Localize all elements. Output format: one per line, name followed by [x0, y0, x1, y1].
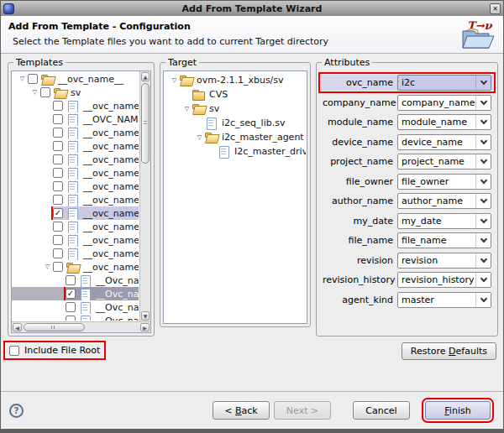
- scroll-up-icon[interactable]: ▲: [141, 72, 150, 81]
- attr-combo-revision[interactable]: revision: [397, 253, 491, 269]
- tree-item[interactable]: __ovc_name___bus_: [12, 99, 139, 112]
- tree-item-checkbox[interactable]: [53, 128, 63, 138]
- dropdown-arrow-icon[interactable]: [475, 96, 491, 110]
- expander-open-icon[interactable]: ▽: [169, 74, 180, 87]
- tree-item[interactable]: __OVC_NAME___env: [12, 112, 139, 126]
- tree-item-checkbox[interactable]: ✓: [66, 289, 76, 299]
- tree-item[interactable]: ▽sv: [12, 86, 139, 99]
- attr-combo-project_name[interactable]: project_name: [397, 154, 491, 170]
- close-button[interactable]: ✕: [490, 3, 501, 14]
- tree-item-checkbox[interactable]: [53, 114, 63, 124]
- attr-combo-file_owner[interactable]: file_owner: [397, 174, 491, 190]
- horizontal-scrollbar[interactable]: ◀ ▶: [12, 321, 150, 332]
- tree-item-checkbox[interactable]: [53, 154, 63, 164]
- scroll-right-icon[interactable]: ▶: [140, 323, 150, 331]
- tree-item[interactable]: CVS: [164, 87, 306, 102]
- tree-item-checkbox[interactable]: [66, 316, 76, 321]
- attr-combo-ovc_name[interactable]: i2c: [397, 75, 491, 91]
- folder-open-icon: [180, 75, 192, 86]
- tree-item-checkbox[interactable]: [53, 141, 63, 151]
- dropdown-arrow-icon[interactable]: [475, 115, 491, 129]
- dropdown-arrow-icon[interactable]: [475, 194, 491, 208]
- tree-item[interactable]: ▽sv: [164, 102, 306, 116]
- dropdown-arrow-icon[interactable]: [475, 233, 491, 248]
- finish-button[interactable]: Finish: [425, 401, 491, 420]
- tree-item-body: __ovc_name___type: [53, 126, 139, 139]
- tree-item-checkbox[interactable]: [66, 302, 76, 312]
- tree-item-checkbox[interactable]: [53, 248, 63, 258]
- tree-item[interactable]: __ovc_name__.svh: [12, 247, 139, 260]
- tree-item[interactable]: ▽__ovc_name__: [12, 72, 139, 86]
- titlebar[interactable]: Add From Template Wizard ✕: [1, 1, 503, 16]
- tree-item-checkbox[interactable]: [53, 195, 63, 205]
- expander-open-icon[interactable]: ▽: [29, 86, 40, 99]
- cancel-button[interactable]: Cancel: [353, 401, 410, 420]
- tree-item[interactable]: ▽__ovc_name____ag: [12, 260, 139, 274]
- include-file-root-checkbox[interactable]: [9, 346, 19, 356]
- dropdown-arrow-icon[interactable]: [475, 154, 491, 169]
- tree-item[interactable]: i2c_seq_lib.sv: [164, 116, 306, 130]
- attr-combo-module_name[interactable]: module_name: [397, 114, 491, 130]
- tree-item[interactable]: ▽i2c_master_agent: [164, 130, 306, 144]
- attr-combo-author_name[interactable]: author_name: [397, 193, 491, 209]
- tree-item[interactable]: ▽ovm-2.1.1_xbus/sv: [164, 73, 306, 87]
- tree-item-label: __ovc_name___inter: [81, 195, 139, 206]
- tree-item-checkbox[interactable]: ✓: [53, 208, 63, 218]
- tree-item-checkbox[interactable]: [66, 275, 76, 285]
- expander-open-icon[interactable]: ▽: [42, 260, 53, 274]
- tree-item-checkbox[interactable]: [53, 222, 63, 232]
- tree-item[interactable]: __Ovc_name_____: [12, 274, 139, 287]
- dropdown-arrow-icon[interactable]: [475, 175, 491, 189]
- horizontal-scrollbar-thumb[interactable]: [24, 323, 85, 331]
- tree-item[interactable]: __ovc_name___sequ: [12, 180, 139, 193]
- tree-item-checkbox[interactable]: [53, 181, 63, 191]
- expander-open-icon[interactable]: ▽: [194, 131, 205, 144]
- back-button[interactable]: < Back: [213, 401, 270, 420]
- tree-item[interactable]: __ovc_name___inter: [12, 193, 139, 206]
- expander-open-icon[interactable]: ▽: [17, 72, 28, 86]
- dropdown-arrow-icon[interactable]: [475, 253, 491, 268]
- expander-open-icon[interactable]: ▽: [181, 102, 192, 116]
- page-title: Add From Template - Configuration: [1, 16, 503, 32]
- next-button[interactable]: Next >: [274, 401, 331, 420]
- attr-combo-revision_history[interactable]: revision_history: [397, 272, 491, 288]
- tree-item[interactable]: ✓__ovc_name___seq_: [12, 206, 139, 220]
- scroll-down-icon[interactable]: ▼: [141, 311, 150, 321]
- dropdown-arrow-icon[interactable]: [475, 273, 491, 287]
- scroll-left-icon[interactable]: ◀: [13, 323, 22, 331]
- tree-item[interactable]: __Ovc_name_____: [12, 300, 139, 314]
- tree-item[interactable]: __ovc_name___type: [12, 126, 139, 139]
- close-icon: ✕: [492, 5, 498, 13]
- attr-combo-file_name[interactable]: file_name: [397, 232, 491, 248]
- tree-item-checkbox[interactable]: [28, 74, 38, 84]
- tree-item[interactable]: __Ovc_name_____: [12, 314, 139, 321]
- tree-item[interactable]: ✓__Ovc_name_____: [12, 287, 139, 300]
- chevron-down-icon: [480, 176, 486, 183]
- dropdown-arrow-icon[interactable]: [475, 293, 491, 307]
- vertical-scrollbar-thumb[interactable]: [141, 83, 150, 164]
- attr-combo-my_date[interactable]: my_date: [397, 213, 491, 229]
- tree-item-checkbox[interactable]: [53, 235, 63, 245]
- help-button[interactable]: ?: [9, 404, 24, 418]
- dropdown-arrow-icon[interactable]: [475, 214, 491, 228]
- include-file-root-option[interactable]: Include File Root: [7, 344, 102, 357]
- attr-value: module_name: [398, 117, 475, 128]
- tree-item[interactable]: __ovc_name___tran: [12, 166, 139, 180]
- tree-item-checkbox[interactable]: [53, 101, 63, 111]
- file-icon: [205, 117, 218, 128]
- attr-combo-company_name[interactable]: company_name: [397, 95, 491, 111]
- tree-item[interactable]: __ovc_name___sequ: [12, 233, 139, 247]
- tree-item[interactable]: __ovc_name___inter: [12, 220, 139, 233]
- tree-item[interactable]: __ovc_name___env.: [12, 139, 139, 153]
- tree-item[interactable]: I2c_master_driver.sv: [164, 144, 306, 159]
- tree-item-checkbox[interactable]: [53, 168, 63, 178]
- dropdown-arrow-icon[interactable]: [475, 76, 491, 90]
- dropdown-arrow-icon[interactable]: [475, 135, 491, 149]
- tree-item[interactable]: __ovc_name___bus_: [12, 153, 139, 166]
- attr-combo-agent_kind[interactable]: master: [397, 292, 491, 308]
- vertical-scrollbar[interactable]: ▲ ▼: [139, 71, 150, 321]
- attr-combo-device_name[interactable]: device_name: [397, 134, 491, 150]
- tree-item-checkbox[interactable]: [53, 262, 63, 272]
- tree-item-checkbox[interactable]: [40, 87, 50, 97]
- restore-defaults-button[interactable]: Restore Defaults: [402, 342, 496, 360]
